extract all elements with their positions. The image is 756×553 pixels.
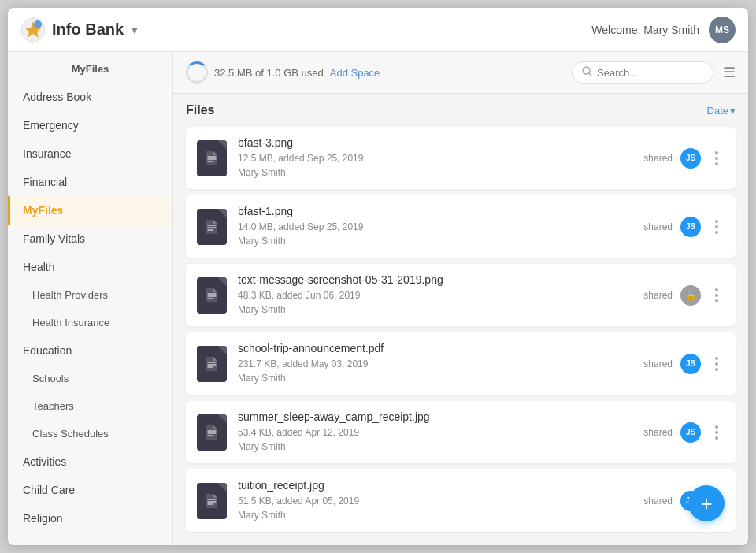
file-meta-3: 231.7 KB, added May 03, 2019Mary Smith [238, 357, 632, 385]
shared-label-2: shared [643, 290, 673, 301]
sort-button[interactable]: Date ▾ [707, 105, 736, 117]
add-space-link[interactable]: Add Space [330, 67, 380, 79]
logo-icon [20, 17, 46, 43]
app-title-chevron[interactable]: ▾ [132, 24, 137, 36]
search-input[interactable] [597, 67, 691, 79]
file-meta-1: 14.0 MB, added Sep 25, 2019Mary Smith [238, 220, 632, 248]
file-icon-1 [197, 209, 227, 245]
file-meta-2: 48.3 KB, added Jun 06, 2019Mary Smith [238, 288, 632, 317]
sort-label: Date [707, 105, 728, 117]
svg-line-4 [589, 73, 591, 76]
file-avatar-0[interactable]: JS [680, 148, 701, 169]
sidebar: MyFiles Address BookEmergencyInsuranceFi… [8, 52, 173, 545]
file-item-0: bfast-3.png 12.5 MB, added Sep 25, 2019M… [186, 127, 736, 189]
file-avatar-2[interactable]: 🔒 [680, 285, 701, 306]
files-header: Files Date ▾ [186, 103, 736, 117]
storage-indicator: 32.5 MB of 1.0 GB used Add Space [186, 61, 562, 84]
file-info-0: bfast-3.png 12.5 MB, added Sep 25, 2019M… [238, 136, 632, 180]
file-info-3: school-trip-announcement.pdf 231.7 KB, a… [238, 342, 632, 385]
sidebar-item-child-care[interactable]: Child Care [8, 476, 172, 504]
fab-button[interactable]: + [688, 485, 724, 521]
shared-label-1: shared [643, 221, 673, 232]
sidebar-item-emergency[interactable]: Emergency [8, 111, 172, 139]
file-doc-icon [205, 424, 219, 441]
more-menu-1[interactable] [709, 220, 724, 234]
more-menu-3[interactable] [709, 357, 724, 371]
sidebar-item-health[interactable]: Health [8, 253, 172, 281]
file-doc-icon [205, 150, 219, 167]
more-menu-0[interactable] [709, 151, 724, 165]
more-menu-4[interactable] [709, 425, 724, 440]
sidebar-item-family-vitals[interactable]: Family Vitals [8, 225, 172, 253]
search-icon [582, 66, 592, 79]
sidebar-item-health-providers[interactable]: Health Providers [8, 281, 172, 309]
file-item-1: bfast-1.png 14.0 MB, added Sep 25, 2019M… [186, 195, 736, 258]
main-wrapper: 32.5 MB of 1.0 GB used Add Space ☰ [173, 52, 748, 545]
file-doc-icon [205, 355, 219, 373]
file-icon-2 [197, 277, 227, 314]
file-right-1: shared JS [643, 217, 724, 237]
sidebar-item-insurance[interactable]: Insurance [8, 139, 172, 168]
file-meta-0: 12.5 MB, added Sep 25, 2019Mary Smith [238, 151, 632, 180]
storage-circle [186, 61, 208, 84]
sidebar-item-financial[interactable]: Financial [8, 168, 172, 196]
sidebar-item-health-insurance[interactable]: Health Insurance [8, 309, 172, 336]
more-menu-2[interactable] [709, 288, 724, 302]
shared-label-5: shared [643, 495, 673, 507]
sidebar-item-myfiles[interactable]: MyFiles [8, 196, 172, 225]
file-info-5: tuition_receipt.jpg 51.5 KB, added Apr 0… [238, 479, 632, 522]
user-avatar-badge[interactable]: MS [709, 17, 736, 43]
search-bar[interactable] [572, 61, 713, 84]
header-right: Welcome, Mary Smith MS [591, 17, 736, 43]
file-right-2: shared 🔒 [643, 285, 724, 306]
file-meta-5: 51.5 KB, added Apr 05, 2019Mary Smith [238, 494, 632, 522]
sidebar-myfiles-header: MyFiles [8, 52, 172, 83]
file-avatar-4[interactable]: JS [680, 422, 701, 443]
files-area: Files Date ▾ bfast-3.png 12.5 MB, added … [173, 94, 748, 545]
header: Info Bank ▾ Welcome, Mary Smith MS [8, 8, 748, 52]
file-doc-icon [205, 218, 219, 236]
welcome-text: Welcome, Mary Smith [591, 24, 699, 36]
file-avatar-3[interactable]: JS [680, 354, 701, 374]
file-name-0: bfast-3.png [238, 136, 632, 149]
file-name-1: bfast-1.png [238, 205, 632, 217]
file-avatar-1[interactable]: JS [680, 217, 701, 237]
file-name-2: text-message-screenshot-05-31-2019.png [238, 273, 632, 286]
sidebar-item-schools[interactable]: Schools [8, 365, 172, 392]
file-doc-icon [205, 492, 219, 510]
sidebar-item-education[interactable]: Education [8, 336, 172, 365]
main-content: 32.5 MB of 1.0 GB used Add Space ☰ [173, 52, 748, 545]
storage-text: 32.5 MB of 1.0 GB used [214, 67, 324, 79]
file-item-3: school-trip-announcement.pdf 231.7 KB, a… [186, 332, 736, 395]
file-right-4: shared JS [643, 422, 724, 443]
file-icon-4 [197, 414, 227, 451]
file-meta-4: 53.4 KB, added Apr 12, 2019Mary Smith [238, 425, 632, 454]
file-info-1: bfast-1.png 14.0 MB, added Sep 25, 2019M… [238, 205, 632, 248]
svg-point-2 [34, 20, 42, 28]
body: MyFiles Address BookEmergencyInsuranceFi… [8, 52, 748, 545]
shared-label-3: shared [643, 358, 673, 369]
file-name-5: tuition_receipt.jpg [238, 479, 632, 492]
file-right-3: shared JS [643, 354, 724, 374]
sidebar-items-container: Address BookEmergencyInsuranceFinancialM… [8, 83, 172, 533]
toolbar: 32.5 MB of 1.0 GB used Add Space ☰ [173, 52, 748, 94]
file-info-4: summer_sleep-away_camp_receipt.jpg 53.4 … [238, 410, 632, 454]
files-title: Files [186, 103, 214, 117]
file-name-3: school-trip-announcement.pdf [238, 342, 632, 354]
app-window: Info Bank ▾ Welcome, Mary Smith MS MyFil… [8, 8, 748, 545]
sidebar-item-class-schedules[interactable]: Class Schedules [8, 420, 172, 447]
sidebar-item-teachers[interactable]: Teachers [8, 392, 172, 420]
file-name-4: summer_sleep-away_camp_receipt.jpg [238, 410, 632, 423]
file-info-2: text-message-screenshot-05-31-2019.png 4… [238, 273, 632, 317]
file-right-0: shared JS [643, 148, 724, 169]
sidebar-item-religion[interactable]: Religion [8, 504, 172, 533]
app-title: Info Bank [52, 20, 124, 39]
sort-icon: ▾ [730, 105, 736, 117]
sidebar-item-activities[interactable]: Activities [8, 447, 172, 476]
sidebar-item-address-book[interactable]: Address Book [8, 83, 172, 111]
filter-icon[interactable]: ☰ [723, 64, 736, 81]
file-item-2: text-message-screenshot-05-31-2019.png 4… [186, 264, 736, 326]
logo[interactable]: Info Bank ▾ [20, 17, 591, 43]
shared-label-0: shared [643, 153, 673, 164]
file-icon-3 [197, 346, 227, 382]
